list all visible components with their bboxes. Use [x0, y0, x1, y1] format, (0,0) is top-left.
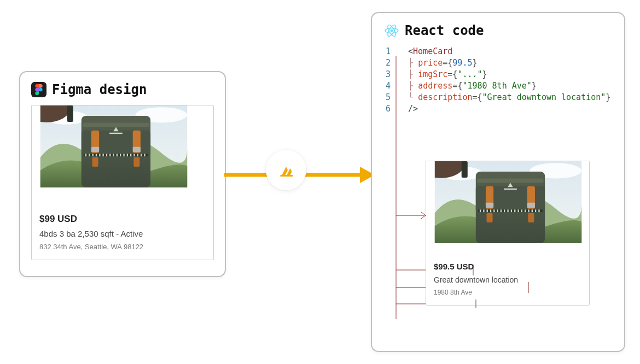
code-token: }	[482, 69, 487, 80]
code-token: description	[418, 92, 472, 103]
code-block: 1 <HomeCard 2 ├ price={99.5} 3 ├ imgSrc=…	[383, 46, 612, 115]
svg-rect-37	[281, 175, 293, 177]
code-token: address	[418, 80, 452, 92]
code-token: <	[408, 46, 413, 57]
card-address: 1980 8th Ave	[434, 289, 581, 296]
code-token: └	[408, 92, 418, 103]
code-token: }	[606, 92, 610, 103]
code-line-4: 4 ├ address={"1980 8th Ave"}	[383, 80, 612, 92]
code-token: }	[472, 57, 477, 69]
line-number: 3	[383, 69, 398, 80]
card-description: Great downtown location	[434, 275, 581, 284]
panel-header: React code	[384, 23, 612, 38]
line-number: 5	[383, 92, 398, 103]
code-line-2: 2 ├ price={99.5}	[383, 57, 612, 69]
code-token: {	[447, 57, 452, 69]
design-card: $99 USD 4bds 3 ba 2,530 sqft - Active 83…	[31, 105, 214, 260]
code-token: =	[452, 80, 457, 92]
card-address: 832 34th Ave, Seattle, WA 98122	[39, 243, 206, 251]
code-token: ├	[408, 80, 418, 92]
svg-point-38	[391, 30, 393, 32]
card-image	[32, 105, 213, 207]
card-body: $99.5 USD Great downtown location 1980 8…	[426, 255, 589, 305]
card-price: $99.5 USD	[434, 262, 581, 271]
card-description: 4bds 3 ba 2,530 sqft - Active	[39, 229, 206, 238]
code-token: =	[472, 92, 477, 103]
line-number: 6	[383, 103, 398, 115]
card-body: $99 USD 4bds 3 ba 2,530 sqft - Active 83…	[32, 207, 213, 260]
code-line-1: 1 <HomeCard	[383, 46, 612, 57]
code-line-6: 6 />	[383, 103, 612, 115]
panel-title: React code	[405, 23, 484, 38]
code-token: {	[452, 69, 457, 80]
code-token: {	[478, 92, 482, 103]
code-line-5: 5 └ description={"Great downtown locatio…	[383, 92, 612, 103]
react-icon	[384, 23, 399, 38]
code-token: ├	[408, 57, 418, 69]
figma-design-panel: Figma design $99 USD 4bds 3 ba 2,530 sqf…	[19, 71, 226, 277]
figma-icon	[31, 82, 46, 97]
react-code-panel: React code 1 <HomeCard 2 ├ price={99.5} …	[371, 12, 625, 352]
svg-point-34	[39, 88, 43, 92]
code-token: />	[408, 103, 418, 115]
card-price: $99 USD	[39, 214, 206, 225]
amplify-icon	[266, 150, 306, 190]
rendered-card: $99.5 USD Great downtown location 1980 8…	[426, 161, 590, 306]
line-number: 2	[383, 57, 398, 69]
panel-header: Figma design	[31, 82, 214, 97]
code-token: =	[443, 57, 447, 69]
code-token: 99.5	[452, 57, 472, 69]
code-line-3: 3 ├ imgSrc={"..."}	[383, 69, 612, 80]
code-token: "1980 8th Ave"	[462, 80, 531, 92]
panel-title: Figma design	[52, 82, 147, 97]
code-token: "Great downtown location"	[482, 92, 606, 103]
card-image	[426, 161, 589, 255]
rendered-card-wrap: $99.5 USD Great downtown location 1980 8…	[426, 161, 590, 306]
code-token: "..."	[457, 69, 482, 80]
code-token: imgSrc	[418, 69, 447, 80]
code-token: {	[457, 80, 462, 92]
code-token: =	[447, 69, 452, 80]
code-token: }	[532, 80, 537, 92]
code-token: HomeCard	[413, 46, 452, 57]
line-number: 4	[383, 80, 398, 92]
line-number: 1	[383, 46, 398, 57]
code-token: ├	[408, 69, 418, 80]
code-token: price	[418, 57, 443, 69]
